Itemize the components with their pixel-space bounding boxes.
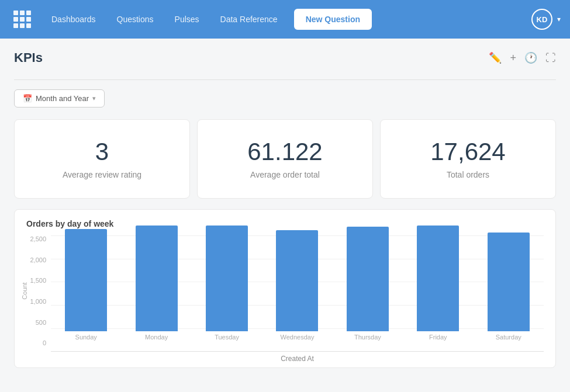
kpi-value-2: 17,624 [430,138,505,165]
kpi-card-0: 3 Average review rating [14,119,190,199]
kpi-label-0: Average review rating [63,170,141,179]
header: Dashboards Questions Pulses Data Referen… [0,0,570,39]
edit-icon[interactable]: ✏️ [489,51,502,64]
bar-label-monday: Monday [145,334,168,341]
bar-label-wednesday: Wednesday [281,334,315,341]
dashboard-actions: ✏️ + 🕐 ⛶ [489,51,556,64]
bar-saturday[interactable] [488,233,530,331]
nav-questions[interactable]: Questions [108,10,163,29]
bar-group-friday: Friday [417,226,459,341]
avatar[interactable]: KD [531,9,552,30]
x-axis-label: Created At [51,355,544,363]
y-label-2000: 2,000 [30,256,46,263]
bars-container: SundayMondayTuesdayWednesdayThursdayFrid… [51,235,544,352]
bar-group-monday: Monday [136,226,178,341]
bar-label-sunday: Sunday [75,334,97,341]
bar-thursday[interactable] [347,227,389,331]
bar-group-thursday: Thursday [347,227,389,341]
y-label-1500: 1,500 [30,277,46,284]
filter-chevron-icon: ▾ [92,95,96,102]
y-label-500: 500 [36,319,46,326]
kpi-value-0: 3 [95,138,109,165]
add-icon[interactable]: + [510,52,516,64]
bar-label-saturday: Saturday [496,334,521,341]
history-icon[interactable]: 🕐 [524,51,537,64]
y-label-1000: 1,000 [30,298,46,305]
calendar-icon: 📅 [23,94,32,103]
y-label-2500: 2,500 [30,235,46,242]
logo[interactable] [9,6,35,32]
nav-data-reference[interactable]: Data Reference [211,10,287,29]
header-right: KD ▾ [531,9,561,30]
header-nav: Dashboards Questions Pulses Data Referen… [42,9,531,30]
filter-bar: 📅 Month and Year ▾ [14,89,556,107]
kpi-card-1: 61.122 Average order total [197,119,373,199]
y-axis-title: Count [21,282,28,299]
bar-group-tuesday: Tuesday [206,226,248,341]
avatar-chevron-icon[interactable]: ▾ [557,15,561,23]
bar-wednesday[interactable] [276,230,318,331]
new-question-button[interactable]: New Question [294,9,372,30]
bar-sunday[interactable] [65,229,107,331]
bar-tuesday[interactable] [206,226,248,331]
chart-content: SundayMondayTuesdayWednesdayThursdayFrid… [51,235,544,363]
kpi-value-1: 61.122 [247,138,322,165]
bar-monday[interactable] [136,226,178,331]
dashboard-header: KPIs ✏️ + 🕐 ⛶ [14,50,556,70]
bar-group-wednesday: Wednesday [276,230,318,341]
main-content: KPIs ✏️ + 🕐 ⛶ 📅 Month and Year ▾ 3 Avera… [0,39,570,380]
kpi-label-2: Total orders [447,170,489,179]
kpi-row: 3 Average review rating 61.122 Average o… [14,119,556,199]
kpi-label-1: Average order total [250,170,320,179]
bar-label-thursday: Thursday [354,334,381,341]
nav-dashboards[interactable]: Dashboards [42,10,105,29]
month-year-filter[interactable]: 📅 Month and Year ▾ [14,89,105,107]
filter-label: Month and Year [36,94,89,103]
chart-title: Orders by day of week [26,219,544,228]
bar-group-saturday: Saturday [488,233,530,341]
fullscreen-icon[interactable]: ⛶ [545,52,556,64]
y-label-0: 0 [43,339,46,346]
chart-card: Orders by day of week Count 2,500 2,000 … [14,209,556,368]
header-divider [14,79,556,80]
bar-group-sunday: Sunday [65,229,107,341]
bar-label-friday: Friday [429,334,447,341]
kpi-card-2: 17,624 Total orders [380,119,556,199]
nav-pulses[interactable]: Pulses [165,10,209,29]
bar-friday[interactable] [417,226,459,331]
dashboard-title: KPIs [14,50,43,65]
bar-label-tuesday: Tuesday [215,334,239,341]
